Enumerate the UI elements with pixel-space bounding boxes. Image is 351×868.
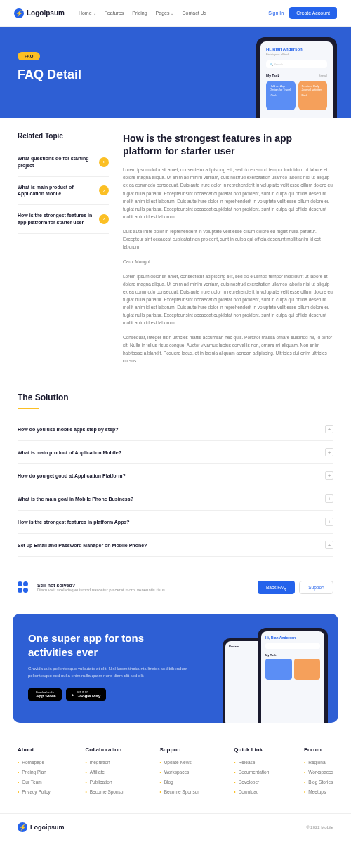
phone-card-2: Create a Daily Journal activities8 task (298, 81, 328, 110)
footer-link[interactable]: Become Sponsor (159, 789, 199, 794)
sidebar-title: Related Topic (18, 132, 109, 140)
footer-col-title: Forum (304, 747, 333, 753)
accordion-item-3[interactable]: How do you get good at Application Platf… (18, 464, 333, 487)
copyright: © 2022 Mobile (306, 825, 333, 829)
arrow-icon: › (99, 214, 109, 224)
chevron-down-icon: ⌄ (171, 11, 173, 15)
back-faq-button[interactable]: Back FAQ (258, 581, 295, 594)
topic-item-2[interactable]: What is main product of Application Mobi… (18, 177, 109, 206)
footer-link[interactable]: Become Sponsor (85, 789, 124, 794)
footer-link[interactable]: Publication (85, 780, 124, 784)
top-nav: ⚡ Logoipsum Home ⌄ Features Pricing Page… (0, 0, 351, 27)
title-underline (18, 408, 39, 409)
phone-section: My Task See all (266, 74, 327, 78)
chevron-down-icon: ⌄ (93, 11, 96, 15)
footer-col: Quick LinkReleaseDocumentationDeveloperD… (234, 747, 269, 799)
article-p2: Duis aute irure dolor in reprehenderit i… (123, 228, 333, 251)
plus-icon: + (325, 518, 333, 526)
help-bar: Still not solved? Diam velit scelerisq e… (0, 571, 351, 604)
phone-mockup: Hi, Rian Anderson Finish your all task 🔍… (256, 37, 337, 118)
footer-col-title: Support (159, 747, 199, 753)
cta-phone-front: Hi, Rian AndersonMy Task (258, 628, 328, 723)
sign-in-link[interactable]: Sign In (268, 11, 284, 15)
nav-links: Home ⌄ Features Pricing Pages ⌄ Contact … (79, 11, 206, 15)
footer-col: AboutHomepagePricing PlanOur TeamPrivacy… (18, 747, 51, 799)
footer-col-title: About (18, 747, 51, 753)
footer-link[interactable]: Our Team (18, 780, 51, 784)
topic-item-3[interactable]: How is the strongest features in app pla… (18, 205, 109, 234)
hero: FAQ FAQ Detail Hi, Rian Anderson Finish … (0, 27, 351, 118)
logo-icon: ⚡ (14, 8, 24, 18)
play-icon: ▶ (72, 692, 74, 697)
cta-banner: One super app for tons activities ever G… (13, 614, 338, 723)
footer-link[interactable]: Affiliate (85, 770, 124, 775)
help-desc: Diam velit scelerisq euismod nascetur pl… (37, 588, 165, 592)
people-icon (18, 581, 30, 594)
create-account-button[interactable]: Create Account (289, 7, 337, 19)
footer-link[interactable]: Blog (159, 780, 199, 784)
footer-link[interactable]: Download (234, 789, 269, 794)
footer-brand: Logoipsum (30, 824, 65, 831)
phone-search: 🔍 Search (266, 60, 327, 68)
footer-col-title: Quick Link (234, 747, 269, 753)
accordion-item-2[interactable]: What is main product of Application Mobi… (18, 441, 333, 464)
article-p3: Lorem ipsum dolor sit amet, consectetur … (123, 272, 333, 327)
footer-link[interactable]: Blog Stories (304, 780, 333, 784)
article-p4: Consequat, integer nibh ultricies mattis… (123, 334, 333, 364)
brand-text: Logoipsum (27, 9, 65, 17)
footer: AboutHomepagePricing PlanOur TeamPrivacy… (0, 732, 351, 813)
footer-link[interactable]: Pricing Plan (18, 770, 51, 775)
footer-link[interactable]: Privacy Policy (18, 789, 51, 794)
solution-title: The Solution (18, 393, 333, 402)
phone-card-1: Hold an App Design for Travel10 task (266, 81, 296, 110)
accordion-item-5[interactable]: How is the strongest features in platfor… (18, 511, 333, 534)
accordion-item-1[interactable]: How do you use mobile apps step by step?… (18, 418, 333, 441)
footer-link[interactable]: Update News (159, 760, 199, 765)
nav-pages[interactable]: Pages ⌄ (156, 11, 174, 15)
nav-features[interactable]: Features (105, 11, 124, 15)
plus-icon: + (325, 541, 333, 549)
cta-desc: Gravida duis pellentesque vulputate at e… (28, 666, 190, 679)
footer-link[interactable]: Meetups (304, 789, 333, 794)
article: How is the strongest features in app pla… (123, 132, 333, 371)
arrow-icon: › (99, 185, 109, 195)
nav-contact[interactable]: Contact Us (182, 11, 206, 15)
nav-actions: Sign In Create Account (268, 7, 337, 19)
cta-title: One super app for tons activities ever (28, 631, 190, 659)
plus-icon: + (325, 494, 333, 503)
footer-col: SupportUpdate NewsWorkspacesBlogBecome S… (159, 747, 199, 799)
playstore-button[interactable]: ▶GET IT ONGoogle Play (66, 688, 107, 701)
footer-link[interactable]: Documentation (234, 770, 269, 775)
accordion-item-6[interactable]: Set up Email and Password Manager on Mob… (18, 534, 333, 557)
article-p1: Lorem ipsum dolor sit amet, consectetur … (123, 166, 333, 220)
phone-greeting: Hi, Rian Anderson (266, 47, 327, 51)
footer-link[interactable]: Inegration (85, 760, 124, 765)
footer-link[interactable]: Workspaces (304, 770, 333, 775)
plus-icon: + (325, 471, 333, 480)
nav-pricing[interactable]: Pricing (132, 11, 147, 15)
plus-icon: + (325, 448, 333, 456)
sidebar: Related Topic What questions do for star… (18, 132, 109, 371)
help-title: Still not solved? (37, 583, 165, 588)
footer-link[interactable]: Workspaces (159, 770, 199, 775)
nav-home[interactable]: Home ⌄ (79, 11, 96, 15)
footer-bottom: ⚡ Logoipsum © 2022 Mobile (0, 813, 351, 841)
solution: The Solution How do you use mobile apps … (0, 386, 351, 571)
appstore-button[interactable]: Download on theApp Store (28, 688, 62, 701)
content: Related Topic What questions do for star… (0, 118, 351, 386)
footer-col-title: Collaboration (85, 747, 124, 753)
arrow-icon: › (99, 157, 109, 167)
accordion-item-4[interactable]: What is the main goal in Mobile Phone Bu… (18, 487, 333, 511)
footer-link[interactable]: Release (234, 760, 269, 765)
logo[interactable]: ⚡ Logoipsum (14, 8, 65, 18)
footer-link[interactable]: Developer (234, 780, 269, 784)
footer-link[interactable]: Homepage (18, 760, 51, 765)
article-title: How is the strongest features in app pla… (123, 132, 333, 157)
support-button[interactable]: Support (299, 581, 333, 594)
plus-icon: + (325, 425, 333, 433)
footer-link[interactable]: Regional (304, 760, 333, 765)
topic-item-1[interactable]: What questions do for starting project› (18, 148, 109, 177)
faq-badge: FAQ (18, 52, 40, 60)
footer-logo[interactable]: ⚡ Logoipsum (18, 822, 65, 832)
footer-col: ForumRegionalWorkspacesBlog StoriesMeetu… (304, 747, 333, 799)
